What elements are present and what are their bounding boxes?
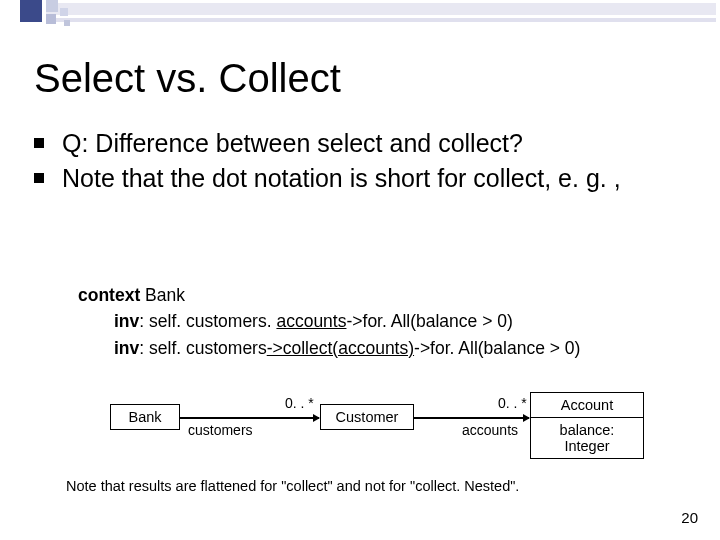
- bullet-list: Q: Difference between select and collect…: [34, 128, 684, 199]
- bullet-icon: [34, 173, 44, 183]
- uml-role: customers: [188, 422, 253, 438]
- code-line: inv: self. customers->collect(accounts)-…: [114, 335, 580, 361]
- uml-multiplicity: 0. . *: [498, 395, 527, 411]
- bullet-item: Note that the dot notation is short for …: [34, 163, 684, 194]
- uml-class-customer: Customer: [320, 404, 414, 430]
- uml-multiplicity: 0. . *: [285, 395, 314, 411]
- uml-class-name: Bank: [111, 405, 179, 429]
- slide-decoration: [0, 0, 720, 40]
- bullet-icon: [34, 138, 44, 148]
- bullet-text: Q: Difference between select and collect…: [62, 128, 523, 159]
- uml-arrowhead-icon: [523, 414, 530, 422]
- uml-class-name: Customer: [321, 405, 413, 429]
- uml-association: [180, 417, 319, 419]
- uml-arrowhead-icon: [313, 414, 320, 422]
- code-line: context Bank: [78, 282, 580, 308]
- uml-diagram: 0. . * customers 0. . * accounts Bank Cu…: [110, 386, 630, 456]
- ocl-code-block: context Bank inv: self. customers. accou…: [78, 282, 580, 361]
- bullet-text: Note that the dot notation is short for …: [62, 163, 621, 194]
- uml-class-name: Account: [531, 393, 643, 417]
- uml-class-account: Account balance: Integer: [530, 392, 644, 459]
- uml-attribute: balance: Integer: [531, 417, 643, 458]
- slide-title: Select vs. Collect: [34, 56, 341, 101]
- footnote-text: Note that results are flattened for "col…: [66, 478, 519, 494]
- uml-association: [414, 417, 529, 419]
- bullet-item: Q: Difference between select and collect…: [34, 128, 684, 159]
- page-number: 20: [681, 509, 698, 526]
- code-line: inv: self. customers. accounts->for. All…: [114, 308, 580, 334]
- uml-class-bank: Bank: [110, 404, 180, 430]
- uml-role: accounts: [462, 422, 518, 438]
